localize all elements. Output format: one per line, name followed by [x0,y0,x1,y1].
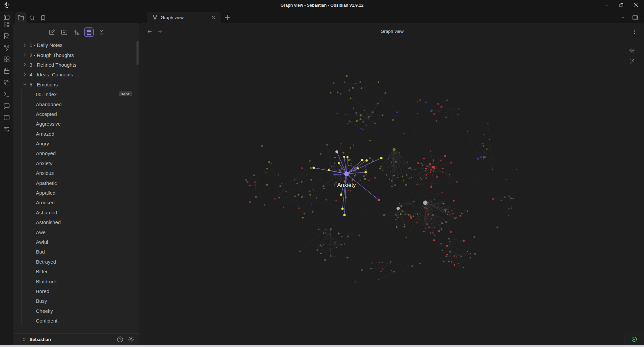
chevron-right-icon [22,72,28,77]
file-label: Bored [36,288,49,294]
sort-button[interactable] [72,27,81,37]
file-item[interactable]: Appalled [21,188,140,198]
file-label: 00. Index [36,91,57,97]
sidebar-nav-tabs [13,11,140,23]
tab-list-chevron-icon[interactable] [620,15,626,20]
sidebar-tab-folder[interactable] [15,12,26,23]
graph-icon[interactable] [3,45,10,51]
file-label: Awe [36,229,46,235]
file-label: Betrayed [36,259,56,265]
left-sidebar-toggle-icon[interactable] [3,14,10,21]
file-item[interactable]: Betrayed [21,257,140,267]
file-item[interactable]: Awful [21,237,140,247]
graph-node-label[interactable]: Anxiety [337,182,356,188]
back-button[interactable] [147,28,153,34]
file-label: Cheeky [36,308,53,314]
restore-button[interactable] [614,0,629,10]
folder-children: 00. IndexBASEAbandonedAcceptedAggressive… [21,89,140,326]
file-item[interactable]: Aggressive [21,119,140,129]
file-label: Amazed [36,131,54,137]
file-item[interactable]: Accepted [21,109,140,119]
folder-item[interactable]: 2 - Rough Thoughts [13,50,140,60]
file-item[interactable]: Cheeky [21,306,140,316]
file-item[interactable]: Anxiety [21,158,140,168]
layout-list-icon[interactable] [3,21,10,28]
minimize-button[interactable] [599,0,614,10]
folder-item[interactable]: 3 - Refined Thoughts [13,60,140,70]
file-import-icon[interactable] [3,126,10,133]
file-label: Anxiety [36,160,52,166]
tab-close-icon[interactable] [211,15,216,20]
file-label: Ashamed [36,210,57,215]
settings-button[interactable] [128,336,135,343]
file-explorer-panel: 1 - Daily Notes2 - Rough Thoughts3 - Ref… [13,23,140,345]
file-item[interactable]: Amazed [21,129,140,139]
folder-item[interactable]: 4 - Ideas, Concepts [13,70,140,79]
forward-button[interactable] [157,28,163,34]
sidebar-scrollbar[interactable] [137,41,139,65]
table-icon[interactable] [3,114,10,121]
file-label: Awful [36,239,48,245]
screen-edge-strip [0,345,644,347]
window-title: Graph view - Sebastian - Obsidian v1.9.1… [0,0,644,11]
message-icon[interactable] [3,103,10,110]
tab-graph-view[interactable]: Graph view [147,12,221,23]
file-label: Angry [36,141,49,146]
new-folder-button[interactable] [59,27,69,37]
file-item[interactable]: Awe [21,227,140,237]
folder-label: 4 - Ideas, Concepts [30,72,73,77]
file-label: Bad [36,249,45,255]
file-item[interactable]: Astonished [21,217,140,227]
file-label: Accepted [36,111,57,117]
folder-item[interactable]: 1 - Daily Notes [13,40,140,50]
vault-name: Sebastian [30,337,51,342]
file-item[interactable]: Angry [21,139,140,148]
folder-label: 3 - Refined Thoughts [30,62,76,68]
file-item[interactable]: Bitter [21,267,140,276]
close-button[interactable] [629,0,643,10]
right-sidebar-toggle-icon[interactable] [632,14,638,21]
file-item[interactable]: Aroused [21,198,140,207]
file-item[interactable]: Blutdruck [21,276,140,286]
file-item[interactable]: Confident [21,316,140,326]
file-label: Aroused [36,200,55,205]
copy-icon[interactable] [3,79,10,86]
panel-frame-button[interactable] [84,27,94,37]
new-note-button[interactable] [47,27,56,37]
sidebar-tab-search[interactable] [26,12,38,23]
view-header-title: Graph view [140,23,644,40]
file-item[interactable]: Abandoned [21,99,140,109]
tab-title: Graph view [161,15,211,20]
new-tab-button[interactable] [224,14,231,21]
status-bar [625,334,644,345]
file-label: Busy [36,298,47,304]
file-label: Confident [36,318,57,324]
file-item[interactable]: Annoyed [21,148,140,158]
file-item[interactable]: Busy [21,296,140,306]
explorer-toolbar [13,26,140,38]
sidebar-tab-bookmark[interactable] [37,12,49,23]
folder-item[interactable]: 5 - Emotions [13,80,140,89]
graph-icon [152,15,158,20]
graph-canvas[interactable]: Anxiety [140,40,644,345]
layout-grid-icon[interactable] [3,56,10,63]
file-item[interactable]: Bad [21,247,140,257]
more-options-icon[interactable] [632,29,638,35]
file-label: Appalled [36,190,55,196]
file-item[interactable]: Bored [21,286,140,296]
sync-status-icon[interactable] [631,336,637,342]
file-item[interactable]: Anxious [21,168,140,178]
file-search-icon[interactable] [3,33,10,40]
vault-switcher[interactable]: Sebastian [13,333,140,345]
file-label: Apathetic [36,180,57,186]
help-button[interactable] [117,336,123,343]
file-list: 1 - Daily Notes2 - Rough Thoughts3 - Ref… [13,40,140,333]
file-item[interactable]: Ashamed [21,208,140,217]
file-item[interactable]: 00. IndexBASE [21,89,140,99]
folder-label: 2 - Rough Thoughts [30,52,74,58]
calendar-icon[interactable] [3,68,10,74]
terminal-icon[interactable] [3,91,10,98]
file-item[interactable]: Apathetic [21,178,140,188]
collapse-all-button[interactable] [97,27,106,37]
file-label: Abandoned [36,101,62,107]
